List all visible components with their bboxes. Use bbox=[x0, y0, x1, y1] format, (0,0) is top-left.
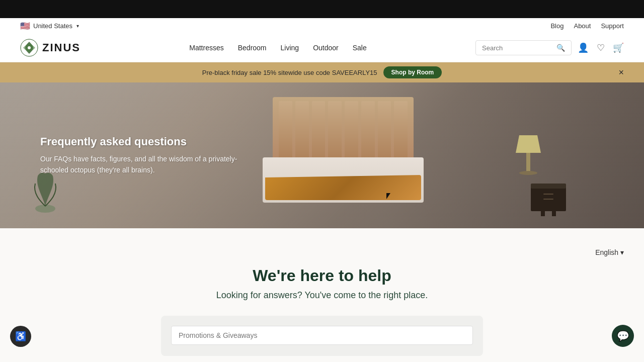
language-selector-area: English ▾ bbox=[20, 248, 624, 256]
chat-icon: 💬 bbox=[617, 330, 629, 342]
nav-bedroom[interactable]: Bedroom bbox=[238, 44, 267, 52]
promo-text: Pre-black friday sale 15% sitewide use c… bbox=[202, 69, 377, 76]
svg-rect-9 bbox=[552, 209, 556, 216]
logo-link[interactable]: ZINUS bbox=[20, 39, 80, 57]
support-link[interactable]: Support bbox=[601, 22, 624, 30]
svg-rect-4 bbox=[526, 153, 530, 173]
blanket bbox=[265, 175, 421, 200]
nav-mattresses[interactable]: Mattresses bbox=[189, 44, 223, 52]
hero-content: Frequently asked questions Our FAQs have… bbox=[40, 135, 252, 176]
about-link[interactable]: About bbox=[574, 22, 591, 30]
chevron-down-icon: ▾ bbox=[76, 23, 79, 29]
flag-icon: 🇺🇸 bbox=[20, 21, 30, 31]
accessibility-button[interactable]: ♿ bbox=[10, 326, 31, 347]
search-box[interactable]: 🔍 bbox=[475, 40, 572, 55]
language-label: English bbox=[595, 248, 618, 256]
nav-search-area: 🔍 👤 ♡ 🛒 bbox=[475, 40, 624, 55]
utility-links: Blog About Support bbox=[550, 22, 624, 30]
faq-search-input[interactable] bbox=[171, 326, 473, 345]
faq-heading: We're here to help bbox=[20, 266, 624, 285]
promo-close-button[interactable]: × bbox=[618, 68, 624, 77]
search-input[interactable] bbox=[482, 44, 552, 52]
search-icon: 🔍 bbox=[556, 44, 565, 52]
top-black-bar bbox=[0, 0, 644, 18]
logo-text: ZINUS bbox=[42, 41, 80, 54]
faq-search-card bbox=[161, 316, 483, 356]
chat-button[interactable]: 💬 bbox=[612, 325, 634, 347]
nightstand bbox=[528, 176, 569, 218]
language-selector[interactable]: English ▾ bbox=[595, 248, 624, 256]
svg-point-1 bbox=[28, 46, 31, 49]
hero-section: Frequently asked questions Our FAQs have… bbox=[0, 82, 644, 228]
faq-hero-text: We're here to help Looking for answers? … bbox=[20, 266, 624, 301]
nav-sale[interactable]: Sale bbox=[353, 44, 367, 52]
cart-icon[interactable]: 🛒 bbox=[613, 42, 624, 53]
svg-rect-10 bbox=[543, 194, 553, 195]
account-icon[interactable]: 👤 bbox=[578, 42, 589, 53]
dropdown-icon: ▾ bbox=[620, 248, 624, 256]
hero-description: Our FAQs have facts, figures, and all th… bbox=[40, 153, 252, 176]
svg-point-5 bbox=[519, 171, 537, 175]
promo-banner: Pre-black friday sale 15% sitewide use c… bbox=[0, 62, 644, 82]
faq-subheading: Looking for answers? You've come to the … bbox=[20, 290, 624, 301]
nav-links: Mattresses Bedroom Living Outdoor Sale bbox=[189, 44, 367, 52]
nav-living[interactable]: Living bbox=[281, 44, 299, 52]
faq-section: English ▾ We're here to help Looking for… bbox=[0, 228, 644, 362]
nav-icons: 👤 ♡ 🛒 bbox=[578, 42, 624, 53]
hero-bed-illustration bbox=[237, 97, 449, 228]
logo-icon bbox=[20, 39, 38, 57]
nav-outdoor[interactable]: Outdoor bbox=[313, 44, 339, 52]
country-label: United States bbox=[33, 22, 72, 30]
hero-title: Frequently asked questions bbox=[40, 135, 252, 148]
blog-link[interactable]: Blog bbox=[550, 22, 564, 30]
accessibility-icon: ♿ bbox=[15, 331, 26, 342]
wishlist-icon[interactable]: ♡ bbox=[597, 42, 605, 53]
svg-rect-7 bbox=[531, 184, 566, 189]
svg-marker-3 bbox=[516, 135, 541, 153]
main-nav: ZINUS Mattresses Bedroom Living Outdoor … bbox=[0, 34, 644, 62]
svg-rect-8 bbox=[541, 209, 545, 216]
utility-nav: 🇺🇸 United States ▾ Blog About Support bbox=[0, 18, 644, 34]
svg-rect-11 bbox=[543, 199, 553, 200]
shop-by-room-button[interactable]: Shop by Room bbox=[383, 66, 442, 78]
country-selector[interactable]: 🇺🇸 United States ▾ bbox=[20, 21, 79, 31]
